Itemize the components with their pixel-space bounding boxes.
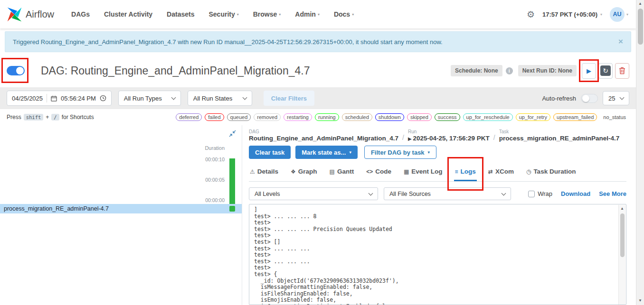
download-link[interactable]: Download (561, 190, 590, 197)
tab-xcom[interactable]: ⇄XCom (487, 164, 515, 181)
breadcrumb-run[interactable]: Run▶ 2025-04-25, 17:56:29 PKT (408, 129, 490, 142)
clock-menu[interactable]: 17:57 PKT (+05:00) ▾ (542, 11, 602, 18)
legend-badge-skipped[interactable]: skipped (407, 113, 432, 121)
nav-item-security[interactable]: Security▾ (208, 10, 238, 18)
collapse-panel-icon[interactable] (229, 130, 236, 139)
info-icon[interactable]: i (506, 67, 513, 74)
code-icon: <> (366, 168, 373, 175)
task-duration-bar[interactable] (229, 158, 235, 204)
page-scrollbar[interactable]: ▲ ▼ (636, 0, 644, 305)
breadcrumb-label: Run (408, 129, 490, 134)
next-run-badge: Next Run ID: None (518, 65, 577, 76)
auto-refresh-toggle[interactable] (581, 94, 598, 103)
legend-badge-shutdown[interactable]: shutdown (375, 113, 404, 121)
log-scrollbar[interactable]: ▲ (618, 205, 625, 305)
run-types-select[interactable]: All Run Types (118, 91, 181, 106)
tab-graph[interactable]: ❖Graph (290, 164, 318, 181)
scrollbar-thumb[interactable] (620, 213, 625, 257)
scroll-down-icon[interactable]: ▼ (638, 297, 642, 305)
tab-gantt[interactable]: ▤Gantt (329, 164, 355, 181)
alert-message: Triggered Routing_Engine_and_AdminPanel_… (13, 38, 443, 46)
schedule-badge: Schedule: None (451, 65, 502, 76)
scrollbar-thumb[interactable] (638, 9, 643, 45)
tab-bar: ⚠Details❖Graph▤Gantt<>Code▦Event Log≡Log… (249, 164, 626, 182)
tab-details[interactable]: ⚠Details (249, 164, 279, 181)
user-menu[interactable]: AU ▾ (610, 7, 628, 22)
legend-badge-removed[interactable]: removed (254, 113, 281, 121)
tab-task-duration[interactable]: ◷Task Duration (525, 164, 577, 181)
nav-item-label: Datasets (167, 10, 194, 18)
clear-filters-button[interactable]: Clear Filters (264, 91, 314, 106)
log-level-select[interactable]: All Levels (249, 187, 378, 200)
legend-badge-scheduled[interactable]: scheduled (342, 113, 372, 121)
tab-label: Logs (461, 168, 476, 175)
task-state-square[interactable] (229, 206, 235, 212)
nav-item-datasets[interactable]: Datasets (167, 10, 194, 18)
legend-badge-failed[interactable]: failed (205, 113, 224, 121)
nav-item-cluster-activity[interactable]: Cluster Activity (104, 10, 152, 18)
run-states-select[interactable]: All Run States (188, 91, 252, 106)
legend-badge-restarting[interactable]: restarting (284, 113, 312, 121)
nav-item-browse[interactable]: Browse▾ (253, 10, 281, 18)
close-icon[interactable]: × (609, 37, 623, 46)
graph-icon: ❖ (291, 168, 296, 175)
clock-text: 17:57 PKT (+05:00) (542, 11, 597, 18)
legend-badge-upstream-failed[interactable]: upstream_failed (553, 113, 597, 121)
nav-item-dags[interactable]: DAGs (71, 10, 90, 18)
legend-badge-success[interactable]: success (435, 113, 460, 121)
time-value[interactable]: 05:56:24 PM (61, 95, 96, 102)
auto-refresh-label: Auto-refresh (542, 95, 576, 102)
task-row[interactable]: process_migration_RE_adminPanel-4.7 (0, 204, 242, 213)
toggle-knob (582, 95, 589, 102)
run-types-value: All Run Types (124, 95, 162, 102)
legend-badge-up-for-reschedule[interactable]: up_for_reschedule (463, 113, 513, 121)
scroll-up-icon[interactable]: ▲ (620, 205, 624, 213)
gear-icon[interactable]: ⚙ (527, 9, 535, 20)
nav-item-docs[interactable]: Docs▾ (334, 10, 354, 18)
trigger-info-alert: Triggered Routing_Engine_and_AdminPanel_… (5, 31, 631, 52)
file-source-select[interactable]: All File Sources (384, 187, 511, 200)
duration-tick: 00:00:05 (205, 177, 225, 183)
legend-badge-deferred[interactable]: deferred (176, 113, 202, 121)
wrap-checkbox[interactable] (528, 191, 535, 197)
tab-code[interactable]: <>Code (365, 164, 392, 181)
dag-pause-toggle[interactable] (7, 66, 25, 75)
dag-title-name: Routing_Engine_and_AdminPanel_Migration_… (71, 65, 310, 77)
breadcrumb-separator: / (402, 134, 404, 142)
legend-badge-running[interactable]: running (315, 113, 339, 121)
state-legend: deferredfailedqueuedremovedrestartingrun… (176, 113, 629, 121)
datetime-picker[interactable]: 04/25/2025 05:56:24 PM (7, 91, 112, 106)
chevron-down-icon: ▾ (349, 150, 351, 155)
file-source-value: All File Sources (389, 191, 431, 197)
chevron-down-icon (369, 191, 373, 195)
trigger-dag-button[interactable]: ▶ (582, 63, 596, 79)
tab-event-log[interactable]: ▦Event Log (403, 164, 444, 181)
clear-task-button[interactable]: Clear task (249, 146, 291, 159)
tab-label: Details (257, 168, 278, 175)
tab-logs[interactable]: ≡Logs (454, 164, 477, 181)
mark-state-button[interactable]: Mark state as... ▾ (295, 146, 358, 159)
legend-badge-no-status[interactable]: no_status (600, 113, 629, 121)
chevron-down-icon: ▾ (428, 150, 430, 155)
legend-badge-up-for-retry[interactable]: up_for_retry (516, 113, 550, 121)
chevron-down-icon (242, 95, 247, 100)
nav-item-admin[interactable]: Admin▾ (295, 10, 320, 18)
airflow-brand[interactable]: Airflow (7, 7, 54, 22)
page-size-select[interactable]: 25 (603, 91, 629, 105)
task-detail-panel: DAGRouting_Engine_and_AdminPanel_Migrati… (242, 125, 636, 305)
scroll-up-icon[interactable]: ▲ (638, 0, 642, 8)
refresh-dag-button[interactable]: ↻ (598, 63, 613, 79)
breadcrumb-dag[interactable]: DAGRouting_Engine_and_AdminPanel_Migrati… (249, 129, 398, 142)
log-controls-right: Wrap Download See More (528, 190, 626, 197)
tab-label: Task Duration (533, 168, 576, 175)
breadcrumb-separator: / (493, 134, 495, 142)
legend-badge-queued[interactable]: queued (227, 113, 251, 121)
breadcrumb-task[interactable]: Taskprocess_migration_RE_adminPanel-4.7 (499, 129, 620, 142)
see-more-link[interactable]: See More (599, 190, 626, 197)
wrap-option[interactable]: Wrap (528, 190, 552, 197)
delete-dag-button[interactable] (615, 63, 629, 79)
run-states-value: All Run States (193, 95, 232, 102)
chevron-down-icon: ▾ (626, 12, 628, 17)
date-value[interactable]: 04/25/2025 (12, 95, 43, 102)
filter-dag-button[interactable]: Filter DAG by task ▾ (364, 146, 436, 159)
